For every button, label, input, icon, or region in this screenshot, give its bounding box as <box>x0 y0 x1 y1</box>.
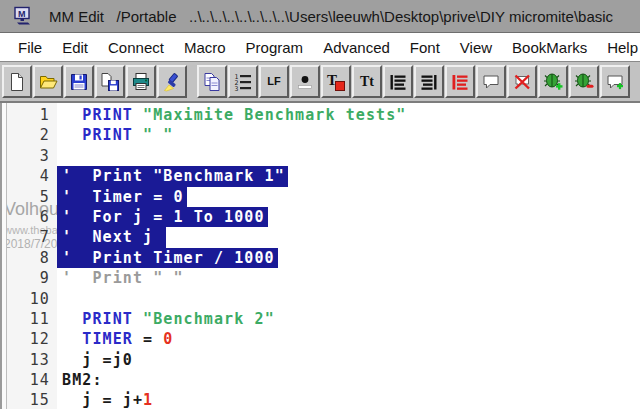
code-line[interactable]: 8' Print Timer / 1000 <box>7 248 640 268</box>
justify-left-button[interactable] <box>383 65 413 98</box>
line-number: 6 <box>7 207 57 227</box>
bug-remove-icon <box>574 72 594 92</box>
line-number: 12 <box>7 329 57 349</box>
line-number: 5 <box>7 187 57 207</box>
line-number: 4 <box>7 166 57 186</box>
code-line[interactable]: 4' Print "Benchmark 1" <box>7 166 640 186</box>
menu-item-help[interactable]: Help <box>597 39 640 56</box>
code-text[interactable]: j =j0 <box>57 350 133 370</box>
code-line[interactable]: 6' For j = 1 To 1000 <box>7 207 640 227</box>
editor-left-margin <box>0 103 7 409</box>
indent-block-button[interactable] <box>445 65 475 98</box>
menu-item-edit[interactable]: Edit <box>52 39 98 56</box>
code-text[interactable]: PRINT " " <box>57 125 173 145</box>
line-number: 8 <box>7 248 57 268</box>
whitespace-dot-button[interactable] <box>290 65 320 98</box>
print-icon <box>131 72 151 92</box>
line-feed-button[interactable]: LF <box>259 65 289 98</box>
debug-add-button[interactable] <box>538 65 568 98</box>
dot-underline-icon <box>295 72 315 92</box>
text-color-button[interactable]: T <box>321 65 351 98</box>
comment-extra-icon <box>605 72 625 92</box>
justify-left-icon <box>388 72 408 92</box>
menu-item-view[interactable]: View <box>450 39 502 56</box>
line-number: 10 <box>7 289 57 309</box>
menu-item-font[interactable]: Font <box>400 39 450 56</box>
save-icon <box>69 72 89 92</box>
line-number: 9 <box>7 268 57 288</box>
code-line[interactable]: 3 <box>7 146 640 166</box>
code-text[interactable]: PRINT "Benchmark 2" <box>57 309 275 329</box>
code-text-selected[interactable]: ' For j = 1 To 1000 <box>57 207 268 227</box>
code-line[interactable]: 13 j =j0 <box>7 350 640 370</box>
bug-add-icon <box>543 72 563 92</box>
save-as-button[interactable] <box>95 65 125 98</box>
svg-text:3: 3 <box>235 84 239 92</box>
code-text-selected[interactable]: ' Next j <box>57 227 166 247</box>
code-text[interactable]: BM2: <box>57 370 103 390</box>
code-text[interactable]: j = j+1 <box>57 390 153 409</box>
code-line[interactable]: 11 PRINT "Benchmark 2" <box>7 309 640 329</box>
comment-button[interactable] <box>476 65 506 98</box>
code-text[interactable] <box>57 289 62 309</box>
find-button[interactable] <box>157 65 187 98</box>
menu-item-bookmarks[interactable]: BookMarks <box>502 39 597 56</box>
save-button[interactable] <box>64 65 94 98</box>
new-file-icon <box>7 72 27 92</box>
code-lines[interactable]: 1 PRINT "Maximite Benchmark tests"2 PRIN… <box>7 105 640 409</box>
comment-bubble-icon <box>481 72 501 92</box>
code-text[interactable] <box>57 146 62 166</box>
code-line[interactable]: 15 j = j+1 <box>7 390 640 409</box>
code-line[interactable]: 7' Next j <box>7 227 640 247</box>
font-size-button[interactable]: Tt <box>352 65 382 98</box>
code-editor[interactable]: Volhout www.thebackshed.com 2018/7/20 1 … <box>0 101 640 409</box>
code-text[interactable]: ' Print " " <box>57 268 184 288</box>
code-text[interactable]: TIMER = 0 <box>57 329 173 349</box>
toolbar: 1 2 3 LF T Tt <box>0 61 640 101</box>
code-line[interactable]: 14BM2: <box>7 370 640 390</box>
title-bar: M MM Edit /Portable ..\..\..\..\..\..\..… <box>0 0 640 33</box>
open-file-button[interactable] <box>33 65 63 98</box>
justify-right-button[interactable] <box>414 65 444 98</box>
justify-right-icon <box>419 72 439 92</box>
code-line[interactable]: 10 <box>7 289 640 309</box>
open-folder-icon <box>38 72 58 92</box>
comment-extra-button[interactable] <box>600 65 630 98</box>
print-button[interactable] <box>126 65 156 98</box>
code-line[interactable]: 1 PRINT "Maximite Benchmark tests" <box>7 105 640 125</box>
code-line[interactable]: 9' Print " " <box>7 268 640 288</box>
flashlight-icon <box>162 72 182 92</box>
debug-remove-button[interactable] <box>569 65 599 98</box>
save-as-icon <box>100 72 120 92</box>
new-file-button[interactable] <box>2 65 32 98</box>
menu-item-program[interactable]: Program <box>236 39 314 56</box>
copy-icon <box>202 72 222 92</box>
code-text-selected[interactable]: ' Print "Benchmark 1" <box>57 166 288 186</box>
code-text-selected[interactable]: ' Timer = 0 <box>57 187 187 207</box>
uncomment-icon <box>512 72 532 92</box>
code-text-selected[interactable]: ' Print Timer / 1000 <box>57 248 278 268</box>
line-number: 11 <box>7 309 57 329</box>
menu-item-connect[interactable]: Connect <box>98 39 174 56</box>
menu-item-advanced[interactable]: Advanced <box>313 39 400 56</box>
line-numbers-button[interactable]: 1 2 3 <box>228 65 258 98</box>
line-number: 2 <box>7 125 57 145</box>
copy-button[interactable] <box>197 65 227 98</box>
code-line[interactable]: 5' Timer = 0 <box>7 187 640 207</box>
line-number: 15 <box>7 390 57 409</box>
text-color-icon: T <box>326 72 346 92</box>
svg-text:M: M <box>18 9 26 19</box>
code-line[interactable]: 2 PRINT " " <box>7 125 640 145</box>
uncomment-button[interactable] <box>507 65 537 98</box>
line-number: 7 <box>7 227 57 247</box>
code-text[interactable]: PRINT "Maximite Benchmark tests" <box>57 105 406 125</box>
app-icon[interactable]: M <box>13 6 33 26</box>
window-title: MM Edit /Portable ..\..\..\..\..\..\..\.… <box>49 8 613 25</box>
menu-bar: FileEditConnectMacroProgramAdvancedFontV… <box>0 33 640 61</box>
menu-item-macro[interactable]: Macro <box>174 39 236 56</box>
line-number: 14 <box>7 370 57 390</box>
menu-item-file[interactable]: File <box>8 39 52 56</box>
line-number: 3 <box>7 146 57 166</box>
font-size-icon: Tt <box>360 75 374 89</box>
code-line[interactable]: 12 TIMER = 0 <box>7 329 640 349</box>
